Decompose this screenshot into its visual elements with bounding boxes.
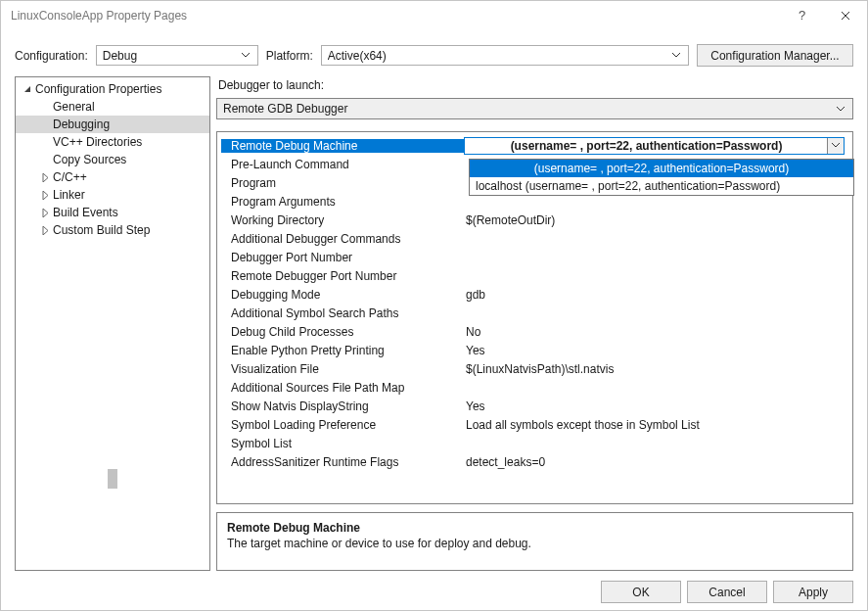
property-name: Remote Debug Machine: [221, 139, 464, 153]
expand-icon[interactable]: [39, 226, 51, 235]
property-row[interactable]: Symbol Loading PreferenceLoad all symbol…: [221, 415, 845, 434]
tree-item[interactable]: Custom Build Step: [16, 221, 209, 239]
property-row[interactable]: Additional Symbol Search Paths: [221, 304, 845, 322]
property-row[interactable]: Additional Debugger Commands: [221, 229, 845, 248]
expand-icon[interactable]: [39, 191, 51, 200]
description-title: Remote Debug Machine: [227, 521, 843, 535]
tree-item-label: VC++ Directories: [53, 135, 142, 149]
tree-item[interactable]: VC++ Directories: [16, 133, 209, 151]
property-value[interactable]: Yes: [464, 398, 845, 415]
configuration-select[interactable]: Debug: [96, 45, 258, 66]
property-name: Additional Debugger Commands: [221, 232, 464, 246]
expand-icon[interactable]: [39, 173, 51, 182]
property-value-text: $(LinuxNatvisPath)\stl.natvis: [466, 362, 614, 376]
cancel-button[interactable]: Cancel: [687, 581, 767, 603]
property-name: Symbol Loading Preference: [221, 418, 464, 432]
property-value-text: detect_leaks=0: [466, 455, 545, 469]
help-button[interactable]: ?: [779, 1, 823, 30]
property-name: Visualization File: [221, 362, 464, 376]
dropdown-button[interactable]: [827, 138, 844, 154]
tree-item[interactable]: Linker: [16, 186, 209, 204]
tree-item[interactable]: Debugging: [16, 116, 209, 133]
property-value-text: gdb: [466, 288, 485, 302]
tree-item[interactable]: Build Events: [16, 204, 209, 221]
scrollbar-thumb[interactable]: [108, 469, 117, 489]
property-name: Working Directory: [221, 213, 464, 227]
tree-root[interactable]: Configuration Properties: [16, 80, 209, 98]
property-row[interactable]: Show Natvis DisplayStringYes: [221, 397, 845, 415]
property-value[interactable]: [464, 249, 845, 266]
property-value[interactable]: Yes: [464, 342, 845, 359]
property-value[interactable]: [464, 305, 845, 322]
collapse-icon[interactable]: [22, 85, 33, 94]
property-row[interactable]: Enable Python Pretty PrintingYes: [221, 341, 845, 359]
tree-item[interactable]: C/C++: [16, 168, 209, 186]
property-name: Debugging Mode: [221, 288, 464, 302]
tree-item-label: General: [53, 100, 95, 114]
dropdown-option[interactable]: localhost (username= , port=22, authenti…: [470, 177, 853, 195]
property-value[interactable]: $(LinuxNatvisPath)\stl.natvis: [464, 360, 845, 378]
property-value[interactable]: gdb: [464, 286, 845, 304]
property-row[interactable]: Debugging Modegdb: [221, 285, 845, 304]
property-value[interactable]: [464, 267, 845, 285]
ok-label: OK: [632, 586, 649, 599]
configuration-value: Debug: [103, 49, 238, 63]
property-value-text: Load all symbols except those in Symbol …: [466, 418, 700, 432]
dropdown-option[interactable]: (username= , port=22, authentication=Pas…: [470, 160, 853, 177]
property-name: Additional Sources File Path Map: [221, 381, 464, 395]
property-value[interactable]: No: [464, 323, 845, 341]
description-text: The target machine or device to use for …: [227, 537, 843, 550]
property-name: Debugger Port Number: [221, 251, 464, 264]
debugger-launch-value: Remote GDB Debugger: [223, 102, 347, 116]
property-row[interactable]: Debugger Port Number: [221, 248, 845, 266]
ok-button[interactable]: OK: [601, 581, 681, 603]
titlebar: LinuxConsoleApp Property Pages ?: [1, 1, 867, 30]
tree-item-label: C/C++: [53, 170, 87, 184]
platform-value: Active(x64): [328, 49, 668, 63]
apply-button[interactable]: Apply: [773, 581, 853, 603]
configuration-manager-label: Configuration Manager...: [710, 49, 839, 63]
platform-label: Platform:: [266, 49, 313, 63]
expand-icon[interactable]: [39, 209, 51, 217]
property-row[interactable]: AddressSanitizer Runtime Flagsdetect_lea…: [221, 452, 845, 471]
remote-machine-dropdown[interactable]: (username= , port=22, authentication=Pas…: [469, 159, 854, 196]
tree-root-label: Configuration Properties: [35, 82, 161, 96]
property-row[interactable]: Visualization File$(LinuxNatvisPath)\stl…: [221, 359, 845, 378]
property-value[interactable]: (username= , port=22, authentication=Pas…: [464, 137, 845, 155]
property-value[interactable]: Load all symbols except those in Symbol …: [464, 416, 845, 434]
property-row[interactable]: Remote Debug Machine(username= , port=22…: [221, 136, 845, 155]
property-name: Symbol List: [221, 437, 464, 450]
main-area: Configuration Properties GeneralDebuggin…: [1, 76, 867, 571]
property-name: Enable Python Pretty Printing: [221, 344, 464, 357]
property-row[interactable]: Debug Child ProcessesNo: [221, 322, 845, 341]
property-row[interactable]: Working Directory$(RemoteOutDir): [221, 211, 845, 229]
property-value[interactable]: detect_leaks=0: [464, 453, 845, 471]
property-value[interactable]: [464, 435, 845, 452]
property-value[interactable]: [464, 379, 845, 397]
property-name: Program: [221, 176, 464, 190]
property-name: Pre-Launch Command: [221, 158, 464, 171]
tree-item[interactable]: General: [16, 98, 209, 116]
property-row[interactable]: Additional Sources File Path Map: [221, 378, 845, 397]
property-row[interactable]: Remote Debugger Port Number: [221, 266, 845, 285]
chevron-down-icon: [238, 53, 253, 58]
svg-text:?: ?: [799, 9, 805, 23]
dialog-buttons: OK Cancel Apply: [1, 571, 867, 603]
tree-item-label: Linker: [53, 188, 85, 202]
property-panel: Debugger to launch: Remote GDB Debugger …: [216, 76, 853, 571]
property-name: Program Arguments: [221, 195, 464, 209]
property-row[interactable]: Symbol List: [221, 434, 845, 452]
platform-select[interactable]: Active(x64): [321, 45, 689, 66]
apply-label: Apply: [799, 586, 828, 599]
close-button[interactable]: [823, 1, 867, 30]
chevron-down-icon: [668, 53, 684, 58]
category-tree[interactable]: Configuration Properties GeneralDebuggin…: [15, 76, 210, 571]
debugger-launch-select[interactable]: Remote GDB Debugger: [216, 98, 853, 119]
property-value[interactable]: [464, 230, 845, 248]
description-pane: Remote Debug Machine The target machine …: [216, 512, 853, 571]
property-value[interactable]: $(RemoteOutDir): [464, 212, 845, 229]
chevron-down-icon: [833, 107, 848, 112]
configuration-manager-button[interactable]: Configuration Manager...: [697, 44, 853, 67]
property-name: Show Natvis DisplayString: [221, 400, 464, 413]
tree-item[interactable]: Copy Sources: [16, 151, 209, 168]
